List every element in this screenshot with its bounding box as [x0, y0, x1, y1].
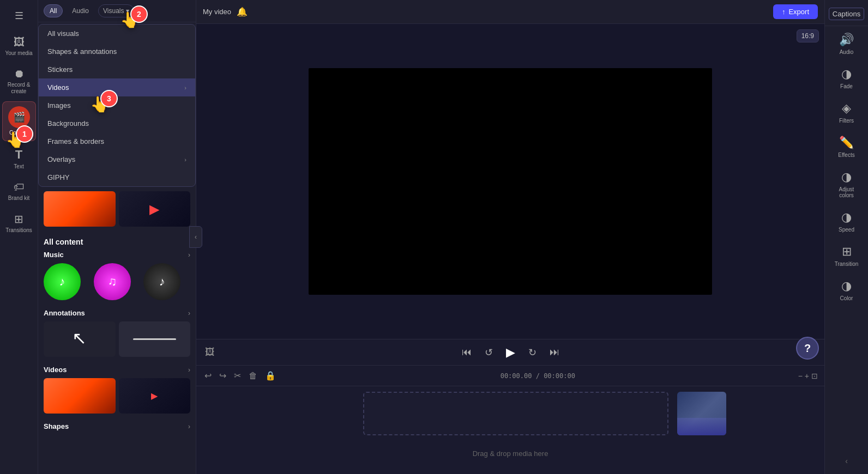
- annotations-grid: ↙: [44, 321, 190, 357]
- image-icon: 🖼: [205, 347, 215, 357]
- music-note-icon-2: ♫: [94, 263, 131, 300]
- right-adjust-colors-item[interactable]: ◑ Adjustcolors: [827, 165, 866, 204]
- lock-button[interactable]: 🔒: [263, 369, 278, 382]
- export-button[interactable]: ↑ Export: [773, 4, 818, 19]
- all-content-title: All content: [38, 233, 196, 248]
- sidebar-item-content[interactable]: 🎬 Content: [2, 101, 36, 141]
- sidebar-item-transitions[interactable]: ⊞ Transitions: [2, 208, 36, 238]
- video-canvas: [309, 68, 712, 295]
- dropdown-overlays[interactable]: Overlays ›: [39, 150, 195, 168]
- visuals-dropdown-menu: All visuals Shapes & annotations Sticker…: [38, 24, 196, 187]
- top-bar: My video 🔔 ↑ Export: [196, 0, 824, 24]
- fade-icon: ◑: [841, 67, 852, 81]
- dropdown-videos[interactable]: Videos ›: [39, 78, 195, 96]
- cut-button[interactable]: ✂: [232, 369, 243, 382]
- skip-back-button[interactable]: ⏮: [460, 344, 474, 360]
- image-toggle-button[interactable]: 🖼: [205, 347, 215, 358]
- video-thumb-2[interactable]: ▶: [119, 191, 191, 227]
- canvas-area: 16:9: [196, 24, 824, 339]
- video-play-icon: ▶: [151, 391, 158, 401]
- filter-all-button[interactable]: All: [44, 4, 63, 17]
- zoom-out-button[interactable]: −: [798, 372, 803, 380]
- shapes-section: Shapes ›: [38, 420, 196, 435]
- undo-button[interactable]: ↩: [203, 369, 213, 382]
- music-note-icon-3: ♪: [143, 263, 180, 300]
- right-transition-item[interactable]: ⊞ Transition: [827, 239, 866, 272]
- dropdown-frames-borders[interactable]: Frames & borders: [39, 132, 195, 150]
- videos-more-button[interactable]: ›: [188, 366, 190, 374]
- shapes-more-button[interactable]: ›: [188, 423, 190, 430]
- content-icon-circle: 🎬: [8, 106, 30, 128]
- dropdown-images[interactable]: Images: [39, 96, 195, 114]
- dropdown-shapes-annotations[interactable]: Shapes & annotations: [39, 42, 195, 60]
- video-grid-item-1[interactable]: [44, 378, 116, 414]
- transitions-icon: ⊞: [14, 212, 23, 226]
- delete-button[interactable]: 🗑: [247, 369, 259, 382]
- aspect-ratio-badge[interactable]: 16:9: [797, 29, 819, 42]
- music-grid: ♪ ♫ ♪: [44, 263, 190, 300]
- sidebar-item-your-media[interactable]: 🖼 Your media: [2, 32, 36, 61]
- shapes-section-title: Shapes: [44, 422, 69, 430]
- play-button[interactable]: ▶: [504, 343, 517, 362]
- right-effects-item[interactable]: ✏️ Effects: [827, 130, 866, 163]
- dropdown-giphy[interactable]: GIPHY: [39, 168, 195, 186]
- sidebar-item-brand[interactable]: 🏷 Brand kit: [2, 177, 36, 206]
- sidebar-item-text[interactable]: T Text: [2, 143, 36, 174]
- right-filters-item[interactable]: ◈ Filters: [827, 96, 866, 129]
- project-name[interactable]: My video: [203, 8, 231, 16]
- effects-icon: ✏️: [839, 136, 854, 150]
- speed-icon: ◑: [841, 210, 852, 224]
- right-color-item[interactable]: ◑ Color: [827, 274, 866, 307]
- panel-collapse-button[interactable]: ‹: [189, 226, 202, 248]
- timeline-time: 00:00.00 / 00:00:00: [282, 372, 794, 380]
- right-captions-button[interactable]: Captions: [825, 4, 868, 26]
- fit-button[interactable]: ⊡: [811, 372, 818, 380]
- zoom-in-button[interactable]: +: [805, 372, 809, 380]
- right-fade-item[interactable]: ◑ Fade: [827, 62, 866, 95]
- brand-icon: 🏷: [14, 181, 25, 193]
- annotations-section-title: Annotations: [44, 309, 85, 317]
- rewind-button[interactable]: ↺: [483, 344, 495, 361]
- notification-icon[interactable]: 🔔: [237, 7, 248, 17]
- music-item-1[interactable]: ♪: [44, 263, 81, 300]
- music-item-2[interactable]: ♫: [94, 263, 131, 300]
- filter-audio-button[interactable]: Audio: [66, 4, 95, 17]
- playback-bar: 🖼 ⏮ ↺ ▶ ↻ ⏭ ↺: [196, 339, 824, 365]
- music-item-3[interactable]: ♪: [143, 263, 180, 300]
- record-icon: ⏺: [14, 68, 25, 80]
- play-icon: ▶: [149, 202, 159, 217]
- drop-zone[interactable]: [363, 392, 668, 435]
- transition-icon: ⊞: [842, 245, 852, 259]
- right-panel: Captions 🔊 Audio ◑ Fade ◈ Filters ✏️ Eff…: [824, 0, 868, 474]
- chevron-right-icon-2: ›: [184, 156, 186, 163]
- timeline-clip[interactable]: [677, 392, 726, 435]
- fast-forward-button[interactable]: ↻: [526, 344, 539, 361]
- skip-forward-button[interactable]: ⏭: [547, 344, 562, 360]
- help-button[interactable]: ?: [796, 337, 819, 360]
- line-icon: [133, 338, 176, 340]
- annotation-line[interactable]: [119, 321, 191, 357]
- dropdown-backgrounds[interactable]: Backgrounds: [39, 114, 195, 132]
- export-icon: ↑: [782, 8, 786, 16]
- annotation-arrow[interactable]: ↙: [44, 321, 116, 357]
- hamburger-button[interactable]: ☰: [9, 4, 29, 27]
- redo-button[interactable]: ↪: [218, 369, 228, 382]
- video-grid-item-2[interactable]: ▶: [119, 378, 191, 414]
- music-more-button[interactable]: ›: [188, 251, 190, 259]
- video-thumb-1[interactable]: [44, 191, 116, 227]
- right-audio-item[interactable]: 🔊 Audio: [827, 27, 866, 60]
- panel-area: All Audio Visuals ▾ All visuals Shapes &…: [38, 0, 196, 474]
- drag-drop-label: Drag & drop media here: [473, 449, 548, 458]
- right-panel-collapse[interactable]: ‹: [841, 452, 852, 470]
- text-icon: T: [15, 148, 22, 162]
- timeline-tracks: Drag & drop media here: [196, 386, 824, 474]
- sidebar-item-record-create[interactable]: ⏺ Record &create: [2, 63, 36, 99]
- main-area: My video 🔔 ↑ Export 16:9 🖼 ⏮ ↺ ▶ ↻ ⏭ ↺ ↩…: [196, 0, 824, 474]
- left-sidebar: ☰ 🖼 Your media ⏺ Record &create 🎬 Conten…: [0, 0, 38, 474]
- dropdown-stickers[interactable]: Stickers: [39, 60, 195, 78]
- filter-visuals-dropdown[interactable]: Visuals ▾: [98, 4, 134, 17]
- dropdown-all-visuals[interactable]: All visuals: [39, 25, 195, 42]
- annotations-more-button[interactable]: ›: [188, 309, 190, 317]
- chevron-down-icon: ▾: [126, 7, 129, 15]
- right-speed-item[interactable]: ◑ Speed: [827, 205, 866, 238]
